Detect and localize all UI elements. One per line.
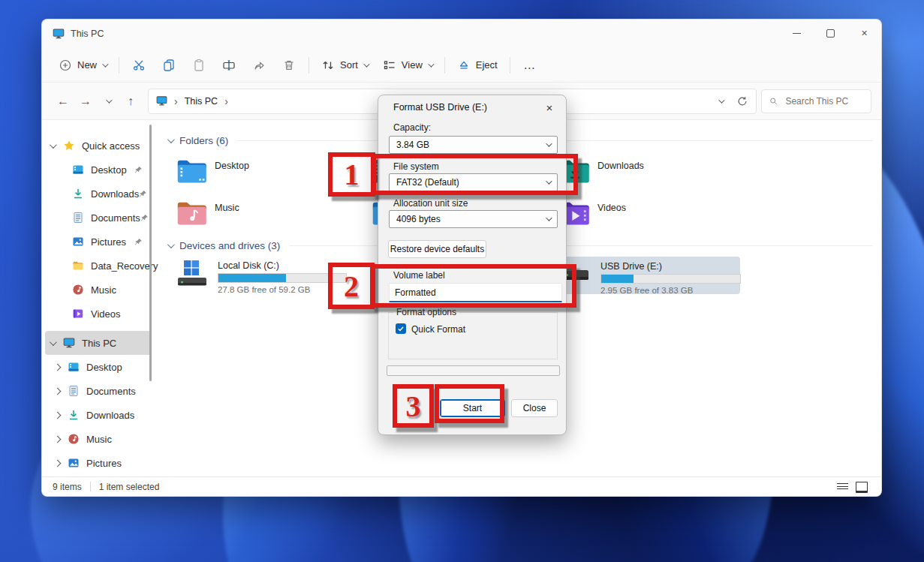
sidebar-item-label: Downloads [91,188,139,200]
sidebar-item-pc-downloads[interactable]: Downloads [45,403,152,427]
close-label: Close [523,403,546,413]
sidebar-item-downloads[interactable]: Downloads [45,182,152,206]
quick-format-checkbox[interactable] [396,323,406,334]
search-icon [769,96,778,107]
maximize-button[interactable] [814,20,847,47]
sidebar-item-documents[interactable]: Documents [45,206,152,230]
this-pc-icon [63,337,75,349]
sidebar-item-videos[interactable]: Videos [45,302,152,326]
address-dropdown-chevron-icon[interactable] [718,97,724,103]
close-dialog-button[interactable]: Close [511,399,558,417]
refresh-button[interactable] [736,95,748,107]
close-button[interactable]: × [847,20,881,47]
document-icon [72,212,84,224]
recent-locations-button[interactable] [97,90,119,113]
window-title: This PC [71,29,104,39]
dialog-title: Format USB Drive (E:) [393,102,487,113]
dialog-close-button[interactable]: × [539,98,560,116]
sidebar-item-this-pc[interactable]: This PC [45,331,152,355]
breadcrumb-this-pc[interactable]: This PC [185,96,218,107]
minimize-icon [793,33,801,34]
chevron-down-icon [106,97,112,103]
sidebar-item-pc-pictures[interactable]: Pictures [45,451,152,475]
eject-label: Eject [476,59,498,71]
toolbar-divider [309,57,309,74]
sidebar-item-label: Data_Recovery [91,260,158,272]
trash-icon [282,59,296,72]
up-button[interactable]: ↑ [119,90,142,113]
share-button[interactable] [244,53,274,78]
forward-arrow-icon: → [80,95,92,108]
view-button[interactable]: View [375,53,440,78]
desktop: This PC × New [0,0,924,562]
view-label: View [402,59,423,71]
breadcrumb-separator: › [224,95,228,107]
folder-tile-music[interactable]: Music [171,195,359,236]
music-icon [72,284,84,296]
sidebar-item-label: Documents [86,386,136,397]
minimize-button[interactable] [780,20,814,47]
details-view-button[interactable] [837,483,848,491]
drive-usage-fill [601,275,634,283]
sidebar-item-pc-music[interactable]: Music [45,427,152,451]
pin-icon [139,190,147,198]
step-3-number: 3 [406,389,421,424]
eject-button[interactable]: Eject [450,53,505,78]
search-box[interactable] [761,89,871,113]
drive-usage-fill [218,274,286,282]
copy-button[interactable] [154,53,184,78]
pin-icon [134,166,143,174]
paste-button[interactable] [184,53,214,78]
plus-circle-icon [59,59,72,72]
breadcrumb-separator: › [174,95,178,107]
restore-defaults-button[interactable]: Restore device defaults [388,240,486,258]
chevron-down-icon [102,61,108,67]
folder-tile-videos[interactable]: Videos [554,195,742,236]
paste-icon [192,59,206,72]
drive-usage-bar [600,274,741,284]
download-icon [68,409,80,421]
chevron-down-icon [50,338,57,346]
chevron-down-icon [546,140,552,146]
cut-button[interactable] [124,53,154,78]
sidebar-item-label: Music [91,284,116,296]
folder-tile-downloads[interactable]: Downloads [554,153,742,194]
search-input[interactable] [784,95,863,107]
close-icon: × [861,27,867,39]
title-bar[interactable]: This PC × [42,20,881,48]
chevron-down-icon [428,61,434,67]
see-more-button[interactable]: … [515,53,545,78]
forward-button[interactable]: → [74,90,97,113]
drive-tile-usb[interactable]: USB Drive (E:) 2.95 GB free of 3.83 GB [554,257,740,294]
sidebar-scrollbar[interactable] [149,125,152,381]
sidebar-item-pc-desktop[interactable]: Desktop [45,355,152,379]
back-arrow-icon: ← [57,95,69,108]
back-button[interactable]: ← [52,90,74,113]
videos-icon [72,308,84,320]
sidebar-item-data-recovery[interactable]: Data_Recovery [45,254,152,278]
sidebar-item-label: Pictures [86,458,122,469]
sort-button[interactable]: Sort [314,53,375,78]
folder-tile-label: Downloads [597,161,644,194]
rename-button[interactable] [214,53,244,78]
desktop-icon [68,361,80,373]
large-thumbnails-view-button[interactable] [856,482,868,493]
chevron-down-icon [167,136,175,143]
sidebar-item-desktop[interactable]: Desktop [45,158,152,182]
new-button[interactable]: New [51,53,114,78]
sidebar-item-label: This PC [82,338,116,349]
sidebar-item-quick-access[interactable]: Quick access [45,134,152,158]
folder-tile-label: Desktop [215,161,249,194]
item-count: 9 items [53,482,82,492]
chevron-down-icon [167,241,175,248]
sidebar-item-pc-documents[interactable]: Documents [45,379,152,403]
allocation-unit-value: 4096 bytes [396,214,441,224]
allocation-unit-dropdown[interactable]: 4096 bytes [389,210,558,228]
sidebar-gap [45,326,152,331]
sidebar-item-music[interactable]: Music [45,278,152,302]
capacity-dropdown[interactable]: 3.84 GB [389,136,558,154]
drive-name: USB Drive (E:) [600,261,741,272]
delete-button[interactable] [274,53,304,78]
sidebar-item-pictures[interactable]: Pictures [45,230,152,254]
music-icon [68,433,80,445]
